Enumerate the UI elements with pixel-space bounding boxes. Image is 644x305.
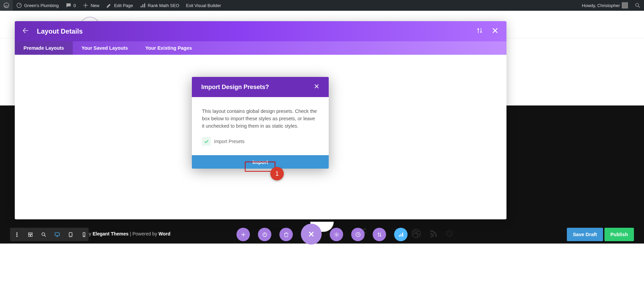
- admin-search[interactable]: [631, 0, 644, 11]
- pencil-icon: [106, 2, 112, 8]
- history-button[interactable]: [351, 228, 365, 241]
- trash-icon: [283, 232, 289, 237]
- check-icon: [204, 139, 209, 144]
- edit-page-label: Edit Page: [114, 3, 133, 8]
- arrows-up-down-icon: [377, 232, 382, 237]
- tab-existing-pages[interactable]: Your Existing Pages: [137, 41, 201, 55]
- save-draft-label: Save Draft: [573, 232, 597, 237]
- edit-page[interactable]: Edit Page: [103, 0, 136, 11]
- annotation-number: 1: [275, 170, 279, 177]
- plus-icon: [83, 2, 89, 8]
- tab-label: Your Saved Layouts: [82, 45, 128, 51]
- load-library-button[interactable]: [236, 228, 250, 241]
- import-export-button[interactable]: [476, 27, 483, 36]
- annotation-badge: 1: [270, 167, 284, 180]
- avatar: [622, 2, 628, 8]
- page-settings-button[interactable]: [330, 228, 343, 241]
- wp-logo[interactable]: [0, 0, 13, 11]
- comments[interactable]: 0: [62, 0, 79, 11]
- plus-icon: [240, 232, 246, 237]
- panel-header: Layout Details: [15, 21, 506, 41]
- save-library-button[interactable]: [258, 228, 271, 241]
- builder-toolbar: [0, 228, 644, 245]
- portability-button[interactable]: [373, 228, 386, 241]
- site-name-label: Green's Plumbing: [24, 3, 59, 8]
- tab-saved-layouts[interactable]: Your Saved Layouts: [73, 41, 137, 55]
- seo-button[interactable]: [394, 228, 408, 241]
- publish-button[interactable]: Publish: [604, 228, 634, 241]
- panel-tabs: Premade Layouts Your Saved Layouts Your …: [15, 41, 506, 55]
- tab-premade-layouts[interactable]: Premade Layouts: [15, 41, 73, 55]
- close-dialog-button[interactable]: [314, 84, 319, 91]
- back-button[interactable]: [23, 27, 30, 36]
- rank-math[interactable]: Rank Math SEO: [137, 0, 183, 11]
- checkbox-label: Import Presets: [214, 138, 245, 145]
- wordpress-icon: [3, 2, 9, 8]
- search-icon: [635, 2, 641, 8]
- import-presets-checkbox-row[interactable]: Import Presets: [202, 137, 319, 146]
- dialog-title: Import Design Presets?: [201, 84, 269, 91]
- new-label: New: [91, 3, 99, 8]
- svg-point-22: [336, 234, 337, 235]
- close-builder-button[interactable]: [301, 224, 322, 245]
- close-panel-button[interactable]: [492, 27, 498, 36]
- power-icon: [262, 232, 268, 237]
- wp-admin-bar: Green's Plumbing 0 New Edit Page Rank Ma…: [0, 0, 644, 11]
- close-icon: [308, 230, 315, 238]
- comment-icon: [65, 2, 71, 8]
- comments-count: 0: [73, 3, 76, 8]
- save-draft-button[interactable]: Save Draft: [567, 228, 603, 241]
- new[interactable]: New: [79, 0, 103, 11]
- clear-layout-button[interactable]: [279, 228, 293, 241]
- dialog-header: Import Design Presets?: [192, 77, 329, 97]
- import-presets-dialog: Import Design Presets? This layout conta…: [192, 77, 329, 169]
- exit-visual-builder[interactable]: Exit Visual Builder: [182, 0, 224, 11]
- howdy-label: Howdy, Christopher: [582, 3, 620, 8]
- arrows-up-down-icon: [476, 27, 483, 34]
- chart-icon: [140, 2, 146, 8]
- import-button-label: Import: [253, 159, 268, 165]
- dialog-body-text: This layout contains global design prese…: [202, 108, 319, 130]
- save-actions: Save Draft Publish: [567, 228, 634, 241]
- rank-math-label: Rank Math SEO: [148, 3, 179, 8]
- site-name[interactable]: Green's Plumbing: [13, 0, 62, 11]
- panel-title: Layout Details: [37, 28, 83, 35]
- checkbox-checked[interactable]: [202, 137, 211, 146]
- clock-icon: [355, 232, 361, 237]
- dashboard-icon: [16, 2, 22, 8]
- howdy-user[interactable]: Howdy, Christopher: [579, 0, 631, 11]
- back-arrow-icon: [23, 27, 30, 34]
- close-icon: [492, 27, 498, 34]
- tab-label: Your Existing Pages: [145, 45, 192, 51]
- tab-label: Premade Layouts: [23, 45, 64, 51]
- svg-point-2: [636, 3, 639, 6]
- publish-label: Publish: [610, 232, 628, 237]
- chart-icon: [398, 232, 404, 237]
- close-icon: [314, 84, 319, 89]
- gear-icon: [334, 232, 339, 237]
- exit-vb-label: Exit Visual Builder: [186, 3, 221, 8]
- import-button[interactable]: Import: [192, 155, 329, 169]
